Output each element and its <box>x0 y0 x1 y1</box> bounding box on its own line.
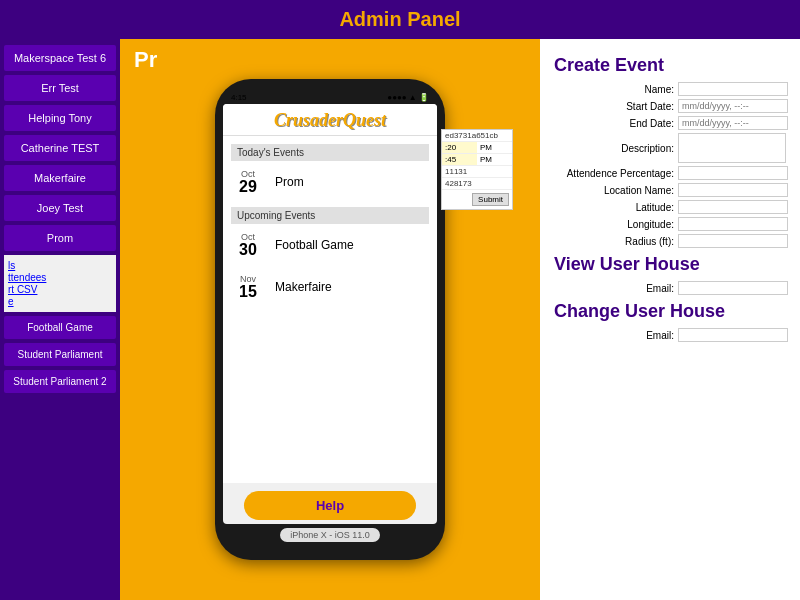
phone-model-label: iPhone X - iOS 11.0 <box>280 528 380 542</box>
form-label-change-email: Email: <box>554 330 674 341</box>
sidebar-item-helpingtony[interactable]: Helping Tony <box>4 105 116 131</box>
sidebar-item-studentparliament2[interactable]: Student Parliament 2 <box>4 370 116 393</box>
form-label-latitude: Latitude: <box>554 202 674 213</box>
change-user-house-title: Change User House <box>554 301 786 322</box>
sidebar-item-studentparliament[interactable]: Student Parliament <box>4 343 116 366</box>
sidebar-link-e[interactable]: e <box>8 296 112 307</box>
sidebar-item-catherinetest[interactable]: Catherine TEST <box>4 135 116 161</box>
form-row-name: Name: <box>554 82 786 96</box>
form-input-name[interactable] <box>678 82 788 96</box>
form-input-startdate[interactable] <box>678 99 788 113</box>
form-input-latitude[interactable] <box>678 200 788 214</box>
overlay-submit-area: Submit <box>442 190 512 209</box>
sidebar-item-joeytest[interactable]: Joey Test <box>4 195 116 221</box>
event-name-prom: Prom <box>275 175 304 189</box>
phone-time: 4:15 <box>231 93 247 102</box>
form-label-name: Name: <box>554 84 674 95</box>
phone-mockup: 4:15 ●●●● ▲ 🔋 CrusaderQuest Today's Even… <box>215 79 445 560</box>
form-label-attendance: Attendence Percentage: <box>554 168 674 179</box>
form-input-description[interactable] <box>678 133 786 163</box>
overlay-row-4: 11131 <box>442 166 512 178</box>
form-input-longitude[interactable] <box>678 217 788 231</box>
page-header: Admin Panel <box>0 0 800 39</box>
center-panel: Pr 4:15 ●●●● ▲ 🔋 CrusaderQuest Today's E… <box>120 39 540 600</box>
overlay-row-3: :45 PM <box>442 154 512 166</box>
overlay-cell-pm1: PM <box>477 142 512 153</box>
sidebar-item-makerfaire[interactable]: Makerfaire <box>4 165 116 191</box>
form-input-radius[interactable] <box>678 234 788 248</box>
form-row-attendance: Attendence Percentage: <box>554 166 786 180</box>
form-label-radius: Radius (ft): <box>554 236 674 247</box>
form-input-change-email[interactable] <box>678 328 788 342</box>
right-panel: Create Event Name: Start Date: End Date:… <box>540 39 800 600</box>
event-row-footballgame: Oct 30 Football Game <box>231 228 429 262</box>
event-date-oct29: Oct 29 <box>231 169 265 195</box>
form-input-view-email[interactable] <box>678 281 788 295</box>
overlay-cell-pm2: PM <box>477 154 512 165</box>
event-name-makerfaire: Makerfaire <box>275 280 332 294</box>
event-name-footballgame: Football Game <box>275 238 354 252</box>
form-label-startdate: Start Date: <box>554 101 674 112</box>
todays-events-label: Today's Events <box>231 144 429 161</box>
event-day-30: 30 <box>231 242 265 258</box>
main-layout: Makerspace Test 6 Err Test Helping Tony … <box>0 39 800 600</box>
form-row-enddate: End Date: <box>554 116 786 130</box>
sidebar: Makerspace Test 6 Err Test Helping Tony … <box>0 39 120 600</box>
sidebar-link-csv[interactable]: rt CSV <box>8 284 112 295</box>
form-row-startdate: Start Date: <box>554 99 786 113</box>
overlay-table: ed3731a651cb :20 PM :45 PM 11131 428173 … <box>441 129 513 210</box>
create-event-title: Create Event <box>554 55 786 76</box>
sidebar-item-footballgame[interactable]: Football Game <box>4 316 116 339</box>
view-user-house-title: View User House <box>554 254 786 275</box>
sidebar-item-errtest[interactable]: Err Test <box>4 75 116 101</box>
overlay-row-2: :20 PM <box>442 142 512 154</box>
overlay-row-5: 428173 <box>442 178 512 190</box>
header-title: Admin Panel <box>339 8 460 30</box>
event-day-15: 15 <box>231 284 265 300</box>
phone-screen: CrusaderQuest Today's Events Oct 29 Prom <box>223 104 437 524</box>
event-row-prom: Oct 29 Prom <box>231 165 429 199</box>
form-input-attendance[interactable] <box>678 166 788 180</box>
sidebar-links: ls ttendees rt CSV e <box>4 255 116 312</box>
upcoming-events-label: Upcoming Events <box>231 207 429 224</box>
overlay-cell-time1: :20 <box>442 142 477 153</box>
form-row-latitude: Latitude: <box>554 200 786 214</box>
form-row-longitude: Longitude: <box>554 217 786 231</box>
event-row-makerfaire: Nov 15 Makerfaire <box>231 270 429 304</box>
center-title: Pr <box>134 47 157 73</box>
event-day-29: 29 <box>231 179 265 195</box>
form-input-enddate[interactable] <box>678 116 788 130</box>
phone-content: Today's Events Oct 29 Prom Upcoming Even… <box>223 136 437 483</box>
sidebar-item-prom[interactable]: Prom <box>4 225 116 251</box>
sidebar-item-makerspace[interactable]: Makerspace Test 6 <box>4 45 116 71</box>
form-row-view-email: Email: <box>554 281 786 295</box>
help-button[interactable]: Help <box>244 491 415 520</box>
sidebar-link-attendees[interactable]: ttendees <box>8 272 112 283</box>
form-input-locationname[interactable] <box>678 183 788 197</box>
form-row-description: Description: <box>554 133 786 163</box>
form-row-change-email: Email: <box>554 328 786 342</box>
app-logo: CrusaderQuest <box>274 110 386 131</box>
form-label-enddate: End Date: <box>554 118 674 129</box>
event-date-oct30: Oct 30 <box>231 232 265 258</box>
sidebar-link-ls[interactable]: ls <box>8 260 112 271</box>
overlay-submit-button[interactable]: Submit <box>472 193 509 206</box>
form-label-longitude: Longitude: <box>554 219 674 230</box>
overlay-cell-time2: :45 <box>442 154 477 165</box>
form-row-locationname: Location Name: <box>554 183 786 197</box>
phone-signal: ●●●● ▲ 🔋 <box>387 93 429 102</box>
form-row-radius: Radius (ft): <box>554 234 786 248</box>
phone-status-bar: 4:15 ●●●● ▲ 🔋 <box>223 93 437 102</box>
event-date-nov15: Nov 15 <box>231 274 265 300</box>
form-label-locationname: Location Name: <box>554 185 674 196</box>
app-header: CrusaderQuest <box>223 104 437 136</box>
form-label-description: Description: <box>554 143 674 154</box>
form-label-view-email: Email: <box>554 283 674 294</box>
overlay-row-1: ed3731a651cb <box>442 130 512 142</box>
